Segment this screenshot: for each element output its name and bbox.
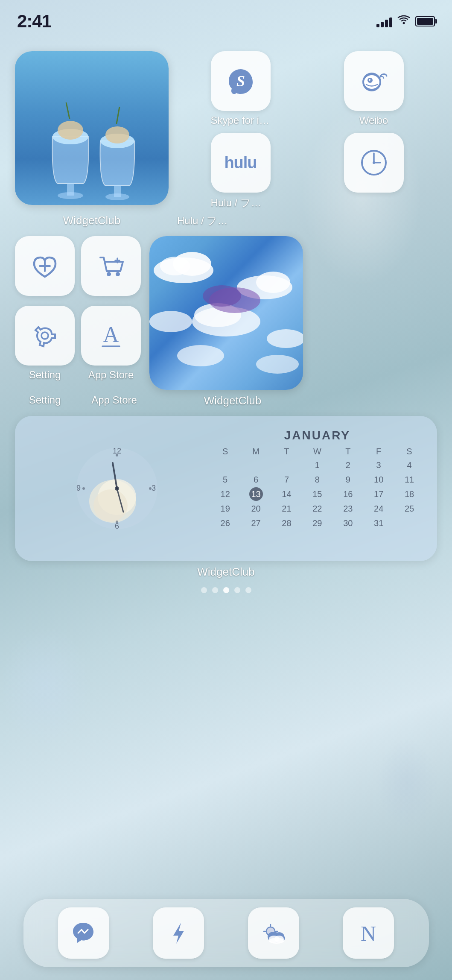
- weibo-label: Weibo: [359, 114, 388, 126]
- status-time: 2:41: [17, 11, 51, 32]
- home-screen: S Skype for iPhon: [0, 38, 452, 980]
- cal-day-3: 3: [372, 458, 385, 472]
- weibo-app[interactable]: Weibo: [310, 51, 437, 126]
- lightning-dock-icon[interactable]: [153, 907, 204, 959]
- cal-day-21: 21: [280, 502, 293, 515]
- cal-day-26: 26: [219, 516, 232, 530]
- cal-day-12: 12: [219, 487, 232, 501]
- cal-day-27: 27: [249, 516, 263, 530]
- cal-day-11: 11: [402, 473, 416, 486]
- settings-icon[interactable]: [15, 306, 75, 366]
- appstore-icon[interactable]: A: [81, 306, 141, 366]
- cal-day-19: 19: [219, 502, 232, 515]
- app-grid-bottom-left: Setting A App Store: [15, 236, 141, 381]
- page-dot-1[interactable]: [201, 587, 207, 593]
- svg-point-33: [160, 257, 190, 275]
- wifi-icon: [397, 15, 410, 28]
- cal-day-30: 30: [341, 516, 355, 530]
- app-row-2: Setting A App Store: [15, 236, 437, 390]
- svg-point-42: [177, 345, 224, 366]
- battery-icon: [415, 16, 435, 26]
- weibo-icon[interactable]: [344, 51, 404, 111]
- cal-day-9: 9: [341, 473, 355, 486]
- cart-app[interactable]: [81, 236, 141, 299]
- calendar-month: JANUARY: [210, 429, 424, 442]
- notion-dock-item[interactable]: N: [343, 907, 394, 959]
- widgetclub-label-1: WidgetClub: [15, 214, 169, 228]
- hulu-label: Hulu / フールー．: [211, 196, 271, 210]
- svg-point-0: [403, 22, 405, 24]
- svg-point-41: [203, 285, 241, 307]
- cal-day-16: 16: [341, 487, 355, 501]
- settings-label: Setting: [29, 369, 61, 381]
- svg-point-55: [82, 487, 85, 490]
- cal-day-5: 5: [219, 473, 232, 486]
- cal-day-2: 2: [341, 458, 355, 472]
- clock-face: 12 9 3 6: [74, 446, 160, 531]
- cal-day-10: 10: [372, 473, 385, 486]
- hulu-bottom-label: Hulu / フールー．: [177, 214, 237, 228]
- calendar-clock-widget[interactable]: 12 9 3 6 JA: [15, 416, 437, 561]
- clock-app[interactable]: [310, 133, 437, 210]
- widgetclub-widget-1[interactable]: [15, 51, 169, 205]
- cal-day-13-today: 13: [249, 487, 263, 501]
- page-indicators: [15, 587, 437, 593]
- app-row-1: S Skype for iPhon: [15, 51, 437, 210]
- svg-point-5: [58, 121, 83, 140]
- lightning-dock-item[interactable]: [153, 907, 204, 959]
- cal-day-6: 6: [249, 473, 263, 486]
- cal-day-24: 24: [372, 502, 385, 515]
- svg-text:A: A: [103, 322, 119, 347]
- dock: N: [23, 899, 429, 967]
- clock-section: 12 9 3 6: [28, 429, 206, 548]
- page-dot-4[interactable]: [234, 587, 240, 593]
- svg-point-17: [369, 79, 370, 81]
- cal-day-31: 31: [372, 516, 385, 530]
- svg-text:9: 9: [76, 484, 81, 492]
- page-dot-2[interactable]: [212, 587, 218, 593]
- widgetclub-label-3: WidgetClub: [15, 565, 437, 579]
- signal-icon: [376, 15, 392, 27]
- labels-row-2: Setting App Store WidgetClub: [15, 394, 437, 407]
- cal-day-22: 22: [310, 502, 324, 515]
- skype-label: Skype for iPhon: [211, 114, 271, 126]
- svg-point-10: [105, 193, 129, 200]
- skype-app[interactable]: S Skype for iPhon: [177, 51, 304, 126]
- widgetclub-label-2: WidgetClub: [156, 394, 309, 407]
- cal-day-29: 29: [310, 516, 324, 530]
- svg-point-25: [116, 272, 120, 276]
- svg-point-11: [105, 126, 129, 143]
- app-grid-top-right: S Skype for iPhon: [177, 51, 437, 210]
- weather-dock-item[interactable]: [248, 907, 299, 959]
- cal-day-15: 15: [310, 487, 324, 501]
- clock-icon[interactable]: [344, 133, 404, 193]
- svg-point-38: [149, 311, 192, 332]
- health-app[interactable]: [15, 236, 75, 299]
- settings-app[interactable]: Setting: [15, 306, 75, 381]
- svg-point-58: [115, 486, 119, 491]
- hulu-icon[interactable]: hulu: [211, 133, 271, 193]
- hulu-app[interactable]: hulu Hulu / フールー．: [177, 133, 304, 210]
- svg-line-12: [117, 107, 120, 124]
- svg-marker-60: [173, 923, 184, 944]
- page-dot-3-active[interactable]: [223, 587, 229, 593]
- widgetclub-widget-2[interactable]: [149, 236, 303, 390]
- cal-day-1: 1: [310, 458, 324, 472]
- messenger-dock-item[interactable]: [58, 907, 109, 959]
- settings-bottom-label: Setting: [15, 394, 75, 407]
- weather-dock-icon[interactable]: [248, 907, 299, 959]
- svg-line-6: [66, 102, 70, 119]
- cart-icon[interactable]: [81, 236, 141, 296]
- svg-point-71: [274, 936, 284, 942]
- skype-icon[interactable]: S: [211, 51, 271, 111]
- cal-day-18: 18: [402, 487, 416, 501]
- left-app-labels: Setting App Store: [15, 394, 147, 407]
- notion-dock-icon[interactable]: N: [343, 907, 394, 959]
- health-icon[interactable]: [15, 236, 75, 296]
- cal-header-s2: S: [394, 446, 424, 457]
- messenger-dock-icon[interactable]: [58, 907, 109, 959]
- page-dot-5[interactable]: [245, 587, 251, 593]
- svg-point-24: [107, 272, 111, 276]
- cal-day-20: 20: [249, 502, 263, 515]
- appstore-app[interactable]: A App Store: [81, 306, 141, 381]
